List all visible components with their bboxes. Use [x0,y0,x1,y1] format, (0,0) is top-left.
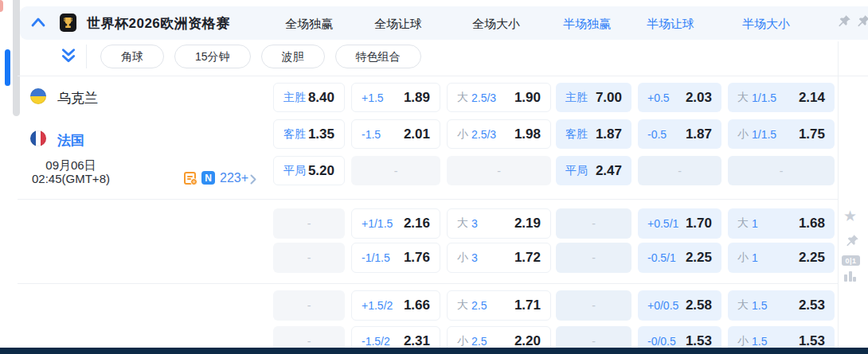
odds-value: 1.66 [404,298,430,313]
odds-cell[interactable]: 客胜1.87 [556,119,631,149]
empty-odds-dash: - [307,251,311,264]
odds-cell[interactable]: 大32.19 [447,208,551,239]
line-value: 2.5 [471,299,487,312]
odds-value: 1.53 [799,333,825,349]
odds-value: 2.14 [799,90,825,106]
odds-cell[interactable]: 主胜7.00 [556,83,631,112]
chip-correct-score[interactable]: 波胆 [261,45,325,68]
outcome-label: 主胜 [565,91,588,105]
line-value: 3 [471,251,478,264]
odds-cell-empty: - [273,290,345,321]
tab-fulltime-handicap[interactable]: 全场让球 [374,17,422,32]
odds-value: 5.20 [308,163,334,179]
empty-odds-dash: - [780,165,784,177]
over-under-label: 大 [457,298,468,313]
empty-odds-dash: - [307,335,311,348]
odds-cell[interactable]: +1.51.89 [351,83,440,112]
odds-value: 8.40 [308,90,334,106]
over-under-label: 大 [737,216,749,231]
odds-cell[interactable]: 平局5.20 [273,156,345,185]
outcome-label: +0.5/1 [647,217,678,230]
odds-value: 1.72 [514,250,541,266]
divider [86,45,87,68]
odds-cell[interactable]: 大2.5/31.90 [447,83,551,112]
over-under-label: 大 [457,91,468,105]
odds-cell-empty: - [351,156,440,185]
odds-cell-empty: - [273,243,345,273]
odds-value: 1.87 [686,126,712,142]
odds-cell-empty: - [638,156,721,185]
odds-cell[interactable]: 小12.25 [728,243,835,273]
odds-cell[interactable]: 客胜1.35 [273,119,345,149]
odds-cell[interactable]: 小2.5/31.98 [447,119,551,149]
pushpin-icon[interactable] [856,14,868,29]
odds-cell[interactable]: 主胜8.40 [273,83,345,112]
odds-cell[interactable]: +0.5/11.70 [638,208,721,239]
left-edge-marker [0,0,3,12]
scrollbar-thumb[interactable] [13,0,20,116]
match-start-time: 02:45(GMT+8) [19,172,123,185]
odds-cell[interactable]: +0.52.03 [638,83,721,112]
tab-halftime-overunder[interactable]: 半场大小 [742,17,790,32]
tab-fulltime-1x2[interactable]: 全场独赢 [285,17,333,32]
odds-value: 1.98 [514,126,541,142]
over-under-label: 大 [737,91,749,105]
tab-halftime-handicap[interactable]: 半场让球 [647,17,694,32]
chevron-up-icon[interactable] [31,17,45,28]
odds-cell[interactable]: -1/1.51.76 [351,243,440,273]
odds-value: 1.76 [404,250,430,266]
odds-cell[interactable]: 大11.68 [728,208,835,239]
odds-value: 2.25 [686,250,712,266]
coin-icon [190,178,197,185]
odds-cell[interactable]: 平局2.47 [556,156,631,185]
chip-15min[interactable]: 15分钟 [174,45,251,68]
odds-cell[interactable]: -0.5/12.25 [638,243,721,273]
pushpin-icon[interactable] [845,234,859,248]
odds-cell[interactable]: +1.5/21.66 [351,290,440,321]
outcome-label: 主胜 [283,91,306,105]
over-under-label: 小 [457,251,468,265]
home-team-name: 乌克兰 [57,89,98,107]
bottom-navy-bar [0,348,868,354]
divider [18,76,868,76]
n-badge-icon[interactable]: N [201,171,215,185]
odds-cell[interactable]: -1.52.01 [351,119,440,149]
odds-cell-empty: - [728,156,835,185]
line-value: 1 [752,217,758,230]
league-title: 世界杯2026欧洲资格赛 [87,14,230,33]
empty-odds-dash: - [678,165,682,177]
odds-cell[interactable]: 大1/1.52.14 [728,83,835,112]
pushpin-icon[interactable] [837,14,851,29]
odds-value: 1.89 [404,90,430,106]
chevron-right-icon[interactable] [250,173,256,184]
more-markets-count[interactable]: 223+ [220,171,248,185]
stats-chart-icon[interactable] [844,270,857,282]
odds-value: 1.53 [686,333,712,349]
over-under-label: 小 [737,251,749,265]
tab-halftime-1x2[interactable]: 半场独赢 [563,17,611,32]
line-value: 3 [471,217,478,230]
outcome-label: +1.5/2 [362,299,393,312]
odds-cell[interactable]: 大2.51.71 [447,290,551,321]
empty-odds-dash: - [592,251,596,264]
odds-history-icon[interactable] [184,172,196,185]
over-under-label: 小 [457,127,468,142]
line-value: 2.5/3 [471,128,496,141]
divider [18,283,838,284]
chip-specials[interactable]: 特色组合 [335,45,421,68]
odds-cell[interactable]: -0.51.87 [638,119,721,149]
odds-cell[interactable]: 大1.52.53 [728,290,835,321]
double-chevron-down-icon[interactable] [61,48,76,64]
favorite-star-icon[interactable]: ★ [843,208,857,224]
chip-corners[interactable]: 角球 [100,45,164,68]
odds-cell[interactable]: 小31.72 [447,243,551,273]
scoreboard-icon[interactable]: 0|1 [842,255,860,266]
odds-cell[interactable]: 小1/1.51.75 [728,119,835,149]
odds-cell[interactable]: +1/1.52.16 [351,208,440,239]
match-date: 09月06日 [19,158,123,172]
tab-fulltime-overunder[interactable]: 全场大小 [472,17,520,32]
odds-cell[interactable]: +0/0.52.58 [638,290,721,321]
away-team-name: 法国 [57,131,84,150]
line-value: 1.5 [752,299,767,312]
over-under-label: 小 [737,127,749,142]
